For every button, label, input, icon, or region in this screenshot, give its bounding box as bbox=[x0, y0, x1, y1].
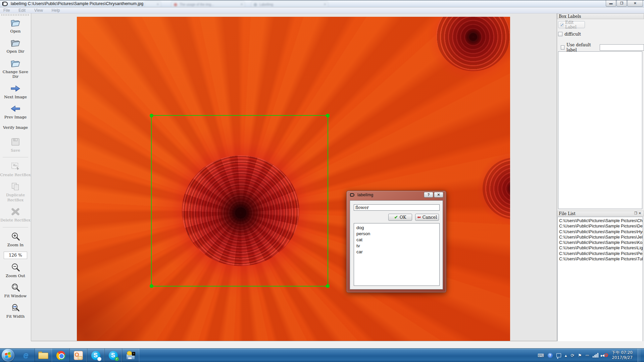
dialog-help-button[interactable]: ? bbox=[424, 192, 433, 198]
duplicate-rectbox-icon bbox=[11, 182, 20, 192]
toolbar-separator bbox=[3, 227, 28, 227]
bbox-handle-bottom-left[interactable] bbox=[150, 284, 153, 288]
dialog-title-bar[interactable]: labelImg ? ✕ bbox=[347, 191, 446, 200]
open-dir-button[interactable]: Open Dir bbox=[0, 38, 31, 54]
chrome-icon bbox=[56, 351, 65, 360]
label-options-list[interactable]: dog person cat tv car bbox=[354, 223, 440, 286]
dialog-close-button[interactable]: ✕ bbox=[434, 192, 443, 198]
label-option[interactable]: person bbox=[356, 231, 439, 237]
help-tray-icon[interactable]: ? bbox=[548, 353, 553, 358]
menu-edit[interactable]: Edit bbox=[18, 8, 26, 13]
box-labels-header[interactable]: Box Labels bbox=[557, 13, 644, 19]
open-folder-icon bbox=[10, 18, 20, 28]
annotation-bbox[interactable] bbox=[151, 115, 328, 287]
fit-window-button[interactable]: Fit Window bbox=[0, 282, 31, 298]
file-list-item[interactable]: C:\Users\Public\Pictures\Sample Pictures… bbox=[559, 218, 643, 223]
file-list-item[interactable]: C:\Users\Public\Pictures\Sample Pictures… bbox=[559, 223, 643, 229]
cancel-button[interactable]: ➥ Cancel bbox=[415, 214, 439, 221]
menu-help[interactable]: Help bbox=[52, 8, 60, 13]
menu-file[interactable]: File bbox=[3, 8, 10, 13]
action-center-flag-icon[interactable]: ⚑ bbox=[578, 353, 582, 358]
show-hidden-icons-arrow[interactable]: ▴ bbox=[565, 353, 567, 358]
file-list-item[interactable]: C:\Users\Public\Pictures\Sample Pictures… bbox=[559, 240, 643, 245]
file-list-dock: File List ❐✕ C:\Users\Public\Pictures\Sa… bbox=[557, 211, 644, 342]
dock-float-icon[interactable]: ❐ bbox=[634, 211, 639, 215]
next-image-button[interactable]: Next Image bbox=[0, 84, 31, 99]
label-option[interactable]: car bbox=[356, 249, 439, 255]
bbox-handle-top-left[interactable] bbox=[150, 114, 153, 117]
taskbar-ie-button[interactable]: e bbox=[17, 349, 35, 362]
file-list-item[interactable]: C:\Users\Public\Pictures\Sample Pictures… bbox=[559, 229, 643, 235]
label-option[interactable]: tv bbox=[356, 243, 439, 249]
zoom-in-button[interactable]: Zoom In bbox=[0, 231, 31, 247]
taskbar-labelimg-button[interactable]: > bbox=[122, 349, 139, 362]
dock-close-icon[interactable]: ✕ bbox=[639, 211, 643, 215]
zoom-value-spinbox[interactable]: 126 % bbox=[4, 252, 27, 259]
difficult-row[interactable]: difficult bbox=[558, 32, 644, 37]
prev-image-button[interactable]: Prev Image bbox=[0, 104, 31, 119]
taskbar-outlook-button[interactable]: O bbox=[69, 349, 87, 362]
delete-rectbox-x-icon bbox=[11, 207, 20, 217]
internet-explorer-icon: e bbox=[23, 350, 28, 361]
zoom-out-button[interactable]: Zoom Out bbox=[0, 262, 31, 278]
file-list-item[interactable]: C:\Users\Public\Pictures\Sample Pictures… bbox=[559, 251, 643, 256]
change-save-dir-button[interactable]: Change Save Dir bbox=[0, 58, 31, 79]
taskbar-skype-online-button[interactable]: S✓ bbox=[104, 349, 122, 362]
file-list-item[interactable]: C:\Users\Public\Pictures\Sample Pictures… bbox=[559, 256, 643, 262]
sync-tray-icon[interactable]: ⟳ bbox=[571, 353, 574, 358]
volume-muted-icon[interactable] bbox=[602, 353, 608, 358]
prev-image-label: Prev Image bbox=[4, 115, 27, 119]
title-bar[interactable]: ✕ The usage of the img... ✕ LabelImg ✕ l… bbox=[0, 0, 644, 7]
delete-rectbox-button[interactable]: Delete RectBox bbox=[0, 207, 31, 222]
file-list[interactable]: C:\Users\Public\Pictures\Sample Pictures… bbox=[557, 217, 643, 342]
create-rectbox-label: Create RectBox bbox=[0, 172, 31, 177]
network-signal-icon[interactable] bbox=[593, 353, 598, 358]
change-save-dir-label: Change Save Dir bbox=[0, 69, 31, 79]
difficult-checkbox[interactable] bbox=[558, 32, 562, 36]
default-label-input[interactable] bbox=[600, 44, 644, 51]
file-list-item[interactable]: C:\Users\Public\Pictures\Sample Pictures… bbox=[559, 235, 643, 240]
use-default-label-row[interactable]: Use default label bbox=[561, 42, 644, 52]
save-label: Save bbox=[11, 148, 20, 153]
menu-view[interactable]: View bbox=[34, 8, 43, 13]
duplicate-rectbox-label: Duplicate RectBox bbox=[0, 193, 31, 202]
label-option[interactable]: cat bbox=[356, 237, 439, 243]
edit-label-button[interactable]: Edit Label bbox=[558, 21, 585, 28]
taskbar-skype-button[interactable]: S bbox=[87, 349, 104, 362]
duplicate-rectbox-button[interactable]: Duplicate RectBox bbox=[0, 182, 31, 202]
use-default-label-checkbox[interactable] bbox=[561, 45, 564, 50]
fit-window-label: Fit Window bbox=[4, 294, 27, 298]
verify-image-button[interactable]: Verify Image bbox=[0, 124, 31, 130]
label-text-input[interactable] bbox=[354, 204, 440, 211]
taskbar-chrome-button[interactable] bbox=[52, 349, 69, 362]
create-rectbox-button[interactable]: Create RectBox bbox=[0, 161, 31, 177]
window-switch-tray-icon[interactable] bbox=[556, 353, 561, 357]
file-list-header[interactable]: File List ❐✕ bbox=[557, 211, 644, 216]
change-save-dir-folder-icon bbox=[10, 58, 20, 68]
taskbar-clock[interactable]: 下午 07:20 2017/9/27 bbox=[612, 350, 634, 360]
save-button[interactable]: Save bbox=[0, 137, 31, 153]
open-button[interactable]: Open bbox=[0, 18, 31, 34]
keyboard-tray-icon[interactable]: ⌨ bbox=[538, 353, 544, 358]
label-dialog[interactable]: labelImg ? ✕ ✔ OK ➥ Cancel dog person ca… bbox=[346, 191, 446, 293]
show-desktop-button[interactable] bbox=[638, 349, 641, 362]
start-button[interactable] bbox=[2, 349, 14, 362]
ok-button[interactable]: ✔ OK bbox=[388, 214, 412, 221]
restore-button[interactable]: ❐ bbox=[616, 0, 627, 7]
cancel-arrow-icon: ➥ bbox=[417, 215, 421, 220]
taskbar-explorer-button[interactable] bbox=[35, 349, 52, 362]
labelimg-taskbar-icon: > bbox=[126, 351, 135, 360]
file-list-item[interactable]: C:\Users\Public\Pictures\Sample Pictures… bbox=[559, 245, 643, 251]
toolbar-drag-handle[interactable] bbox=[1, 14, 30, 16]
minimize-button[interactable]: ▬ bbox=[606, 0, 616, 7]
bbox-handle-top-right[interactable] bbox=[326, 114, 330, 117]
edit-pencil-icon bbox=[560, 22, 564, 27]
verify-image-label: Verify Image bbox=[3, 125, 28, 130]
fit-width-button[interactable]: Fit Width bbox=[0, 303, 31, 319]
close-button[interactable]: ✕ bbox=[627, 0, 643, 7]
image-canvas[interactable] bbox=[31, 13, 557, 341]
label-option[interactable]: dog bbox=[356, 225, 439, 231]
power-plug-tray-icon[interactable]: ⎓ bbox=[586, 353, 589, 358]
box-labels-list[interactable] bbox=[558, 51, 642, 209]
bbox-handle-bottom-right[interactable] bbox=[326, 284, 330, 288]
